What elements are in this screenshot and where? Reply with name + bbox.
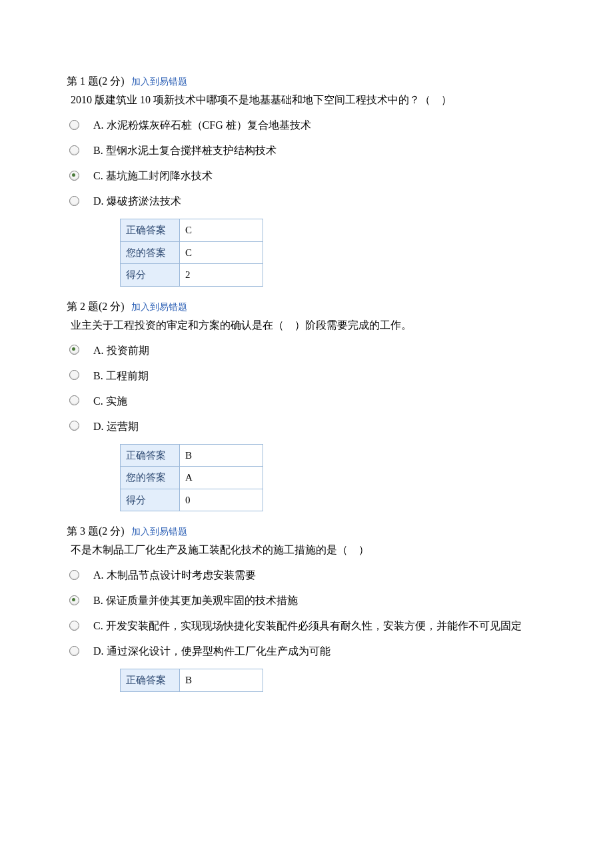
answer-row-value: 0	[180, 489, 263, 511]
option-b[interactable]: B. 工程前期	[67, 367, 546, 384]
option-label: C. 实施	[93, 392, 546, 409]
radio-icon[interactable]	[69, 171, 79, 181]
radio-icon[interactable]	[69, 370, 79, 380]
radio-icon[interactable]	[69, 570, 79, 580]
answer-row-label: 正确答案	[121, 219, 180, 242]
question-number-points: 第 2 题(2 分)	[67, 301, 125, 312]
radio-icon[interactable]	[69, 145, 79, 155]
radio-wrap	[67, 145, 93, 155]
option-label: A. 水泥粉煤灰碎石桩（CFG 桩）复合地基技术	[93, 116, 546, 133]
table-row: 得分 0	[121, 489, 263, 511]
radio-wrap	[67, 646, 93, 656]
question-text: 不是木制品工厂化生产及施工装配化技术的施工措施的是（ ）	[71, 542, 546, 558]
option-a[interactable]: A. 投资前期	[67, 341, 546, 359]
table-row: 您的答案 A	[121, 467, 263, 489]
question-1: 第 1 题(2 分) 加入到易错题 2010 版建筑业 10 项新技术中哪项不是…	[67, 73, 546, 287]
question-text: 业主关于工程投资的审定和方案的确认是在（ ）阶段需要完成的工作。	[71, 317, 546, 333]
answer-row-label: 您的答案	[121, 241, 180, 264]
option-label: C. 基坑施工封闭降水技术	[93, 167, 546, 184]
radio-wrap	[67, 345, 93, 355]
option-d[interactable]: D. 通过深化设计，使异型构件工厂化生产成为可能	[67, 642, 546, 659]
add-to-wrongbook-link[interactable]: 加入到易错题	[131, 77, 187, 87]
add-to-wrongbook-link[interactable]: 加入到易错题	[131, 527, 187, 537]
radio-wrap	[67, 421, 93, 431]
radio-icon[interactable]	[69, 395, 79, 405]
option-label: A. 木制品节点设计时考虑安装需要	[93, 566, 546, 583]
radio-wrap	[67, 196, 93, 206]
question-number-points: 第 3 题(2 分)	[67, 525, 125, 537]
question-header: 第 3 题(2 分) 加入到易错题	[67, 523, 546, 539]
option-c[interactable]: C. 实施	[67, 392, 546, 409]
answer-row-label: 得分	[121, 264, 180, 287]
option-label: B. 保证质量并使其更加美观牢固的技术措施	[93, 591, 546, 609]
question-header: 第 1 题(2 分) 加入到易错题	[67, 73, 546, 89]
radio-wrap	[67, 570, 93, 580]
option-label: D. 通过深化设计，使异型构件工厂化生产成为可能	[93, 642, 546, 659]
answer-row-value: B	[180, 669, 263, 692]
radio-icon[interactable]	[69, 595, 79, 605]
option-label: D. 爆破挤淤法技术	[93, 192, 546, 209]
option-label: D. 运营期	[93, 417, 546, 435]
table-row: 得分 2	[121, 264, 263, 287]
radio-icon[interactable]	[69, 646, 79, 656]
radio-icon[interactable]	[69, 421, 79, 431]
answer-table: 正确答案 B	[120, 669, 263, 692]
table-row: 正确答案 B	[121, 444, 263, 467]
answer-row-label: 正确答案	[121, 669, 180, 692]
add-to-wrongbook-link[interactable]: 加入到易错题	[131, 302, 187, 312]
radio-wrap	[67, 120, 93, 130]
option-label: A. 投资前期	[93, 341, 546, 359]
answer-row-label: 正确答案	[121, 444, 180, 467]
answer-row-value: 2	[180, 264, 263, 287]
answer-row-value: C	[180, 219, 263, 242]
option-c[interactable]: C. 开发安装配件，实现现场快捷化安装配件必须具有耐久性，安装方便，并能作不可见…	[67, 617, 546, 634]
option-a[interactable]: A. 水泥粉煤灰碎石桩（CFG 桩）复合地基技术	[67, 116, 546, 133]
radio-icon[interactable]	[69, 196, 79, 206]
table-row: 您的答案 C	[121, 241, 263, 264]
option-b[interactable]: B. 型钢水泥土复合搅拌桩支护结构技术	[67, 141, 546, 159]
radio-wrap	[67, 370, 93, 380]
answer-row-value: C	[180, 241, 263, 264]
table-row: 正确答案 C	[121, 219, 263, 242]
answer-row-label: 得分	[121, 489, 180, 511]
option-label: B. 型钢水泥土复合搅拌桩支护结构技术	[93, 141, 546, 159]
answer-table: 正确答案 B 您的答案 A 得分 0	[120, 444, 263, 512]
answer-row-value: A	[180, 467, 263, 489]
answer-row-value: B	[180, 444, 263, 467]
option-d[interactable]: D. 爆破挤淤法技术	[67, 192, 546, 209]
option-c[interactable]: C. 基坑施工封闭降水技术	[67, 167, 546, 184]
option-d[interactable]: D. 运营期	[67, 417, 546, 435]
radio-wrap	[67, 621, 93, 631]
radio-wrap	[67, 395, 93, 405]
radio-wrap	[67, 595, 93, 605]
answer-table: 正确答案 C 您的答案 C 得分 2	[120, 219, 263, 287]
option-label: B. 工程前期	[93, 367, 546, 384]
question-3: 第 3 题(2 分) 加入到易错题 不是木制品工厂化生产及施工装配化技术的施工措…	[67, 523, 546, 692]
option-b[interactable]: B. 保证质量并使其更加美观牢固的技术措施	[67, 591, 546, 609]
option-label: C. 开发安装配件，实现现场快捷化安装配件必须具有耐久性，安装方便，并能作不可见…	[93, 617, 546, 634]
answer-row-label: 您的答案	[121, 467, 180, 489]
radio-wrap	[67, 171, 93, 181]
question-2: 第 2 题(2 分) 加入到易错题 业主关于工程投资的审定和方案的确认是在（ ）…	[67, 299, 546, 512]
option-a[interactable]: A. 木制品节点设计时考虑安装需要	[67, 566, 546, 583]
radio-icon[interactable]	[69, 345, 79, 355]
table-row: 正确答案 B	[121, 669, 263, 692]
radio-icon[interactable]	[69, 621, 79, 631]
question-header: 第 2 题(2 分) 加入到易错题	[67, 299, 546, 315]
question-number-points: 第 1 题(2 分)	[67, 75, 125, 87]
question-text: 2010 版建筑业 10 项新技术中哪项不是地基基础和地下空间工程技术中的？（ …	[71, 92, 546, 108]
radio-icon[interactable]	[69, 120, 79, 130]
